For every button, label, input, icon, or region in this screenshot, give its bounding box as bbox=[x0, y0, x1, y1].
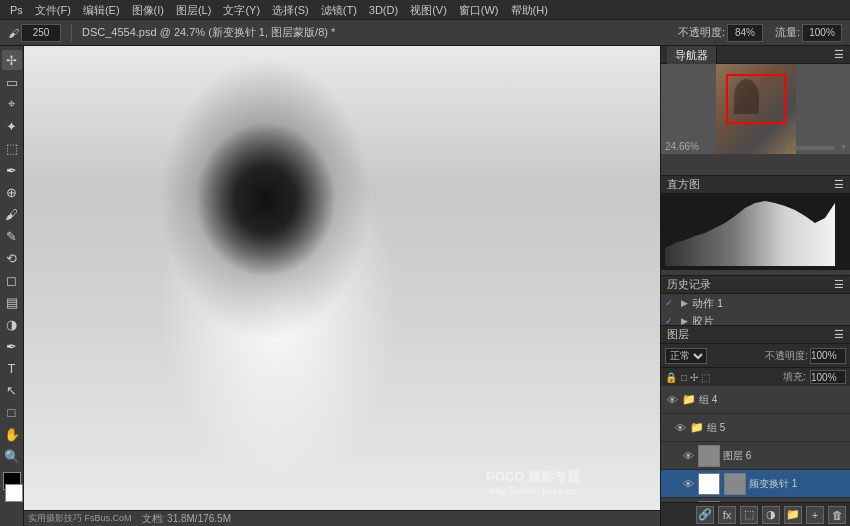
history-menu-icon[interactable]: ☰ bbox=[834, 278, 844, 291]
clone-tool[interactable]: ✎ bbox=[2, 226, 22, 246]
file-name-label: DSC_4554.psd @ 24.7% (新变换针 1, 图层蒙版/8) * bbox=[82, 25, 335, 40]
heal-tool[interactable]: ⊕ bbox=[2, 182, 22, 202]
corner-watermark: 实用摄影技巧 FsBus.CoM bbox=[28, 512, 132, 525]
menu-item-filter[interactable]: 滤镜(T) bbox=[315, 0, 363, 20]
menu-item-window[interactable]: 窗口(W) bbox=[453, 0, 505, 20]
menu-item-select[interactable]: 选择(S) bbox=[266, 0, 315, 20]
delete-layer-btn[interactable]: 🗑 bbox=[828, 506, 846, 524]
hist-label-0: 动作 1 bbox=[692, 296, 723, 311]
histogram-menu-icon[interactable]: ☰ bbox=[834, 178, 844, 191]
opacity-control: 不透明度: 84% bbox=[674, 24, 767, 42]
adjustment-btn[interactable]: ◑ bbox=[762, 506, 780, 524]
eye-icon-g5[interactable]: 👁 bbox=[673, 422, 687, 434]
layer-name-6: 图层 6 bbox=[723, 449, 846, 463]
history-title: 历史记录 bbox=[667, 277, 711, 292]
eye-icon-l6[interactable]: 👁 bbox=[681, 450, 695, 462]
navigator-header: 导航器 ☰ bbox=[661, 46, 850, 64]
new-layer-btn[interactable]: + bbox=[806, 506, 824, 524]
eyedropper-tool[interactable]: ✒ bbox=[2, 160, 22, 180]
zoom-slider[interactable] bbox=[795, 146, 835, 150]
histogram-title: 直方图 bbox=[667, 177, 700, 192]
lasso-tool[interactable]: ⌖ bbox=[2, 94, 22, 114]
navigator-panel: 导航器 ☰ 24.66% - + bbox=[661, 46, 850, 176]
eye-icon-freq[interactable]: 👁 bbox=[681, 478, 695, 490]
flow-label: 流量: bbox=[775, 25, 800, 40]
shape-tool[interactable]: □ bbox=[2, 402, 22, 422]
menu-item-3d[interactable]: 3D(D) bbox=[363, 0, 404, 20]
menu-item-view[interactable]: 视图(V) bbox=[404, 0, 453, 20]
nav-selection-box bbox=[726, 74, 786, 124]
menu-item-layer[interactable]: 图层(L) bbox=[170, 0, 217, 20]
toolbox: ✢ ▭ ⌖ ✦ ⬚ ✒ ⊕ 🖌 ✎ ⟲ ◻ ▤ ◑ ✒ T ↖ □ ✋ 🔍 bbox=[0, 46, 24, 526]
lock-options: □ ✢ ⬚ bbox=[681, 372, 710, 383]
nav-zoom-level: 24.66% bbox=[665, 141, 699, 152]
opacity-label: 不透明度: bbox=[765, 349, 808, 363]
layer-thumb-freq-mask bbox=[724, 473, 746, 495]
navigator-thumbnail: 24.66% - + bbox=[661, 64, 850, 154]
zoom-in-icon[interactable]: + bbox=[841, 142, 846, 152]
menu-bar: Ps 文件(F) 编辑(E) 图像(I) 图层(L) 文字(Y) 选择(S) 滤… bbox=[0, 0, 850, 20]
check-icon-1: ✓ bbox=[665, 316, 673, 325]
watermark-line2: http://photo.poco.cn bbox=[486, 486, 580, 496]
hist-item-0[interactable]: ✓ ▶ 动作 1 bbox=[661, 294, 850, 312]
magic-wand-tool[interactable]: ✦ bbox=[2, 116, 22, 136]
crop-tool[interactable]: ⬚ bbox=[2, 138, 22, 158]
layer-opacity-input[interactable] bbox=[810, 348, 846, 364]
menu-item-help[interactable]: 帮助(H) bbox=[505, 0, 554, 20]
layer-freq[interactable]: 👁 频变换针 1 bbox=[661, 470, 850, 498]
layers-title: 图层 bbox=[667, 327, 689, 342]
layer-group5[interactable]: 👁 📁 组 5 bbox=[661, 414, 850, 442]
layers-fill-row: 🔒 □ ✢ ⬚ 填充: bbox=[661, 368, 850, 386]
eye-icon-g4[interactable]: 👁 bbox=[665, 394, 679, 406]
blend-mode-select[interactable]: 正常 bbox=[665, 348, 707, 364]
histogram-panel: 直方图 ☰ A bbox=[661, 176, 850, 276]
arrow-icon-0: ▶ bbox=[681, 298, 688, 308]
layer-6[interactable]: 👁 图层 6 bbox=[661, 442, 850, 470]
text-tool[interactable]: T bbox=[2, 358, 22, 378]
history-header: 历史记录 ☰ bbox=[661, 276, 850, 294]
move-tool[interactable]: ✢ bbox=[2, 50, 22, 70]
histogram-header: 直方图 ☰ bbox=[661, 176, 850, 194]
hand-tool[interactable]: ✋ bbox=[2, 424, 22, 444]
navigator-menu-icon[interactable]: ☰ bbox=[834, 48, 844, 61]
path-select-tool[interactable]: ↖ bbox=[2, 380, 22, 400]
layers-toolbar: 正常 不透明度: bbox=[661, 344, 850, 368]
layers-menu-icon[interactable]: ☰ bbox=[834, 328, 844, 341]
layers-bottom-toolbar: 🔗 fx ⬚ ◑ 📁 + 🗑 bbox=[661, 502, 850, 526]
folder-icon-g5: 📁 bbox=[690, 421, 704, 434]
layer-group4[interactable]: 👁 📁 组 4 bbox=[661, 386, 850, 414]
fill-input[interactable] bbox=[810, 370, 846, 384]
tab-navigator[interactable]: 导航器 bbox=[667, 46, 717, 64]
menu-item-edit[interactable]: 编辑(E) bbox=[77, 0, 126, 20]
eraser-tool[interactable]: ◻ bbox=[2, 270, 22, 290]
pen-tool[interactable]: ✒ bbox=[2, 336, 22, 356]
group-btn[interactable]: 📁 bbox=[784, 506, 802, 524]
background-color[interactable] bbox=[5, 484, 23, 502]
history-list: ✓ ▶ 动作 1 ✓ ▶ 胶片 ✓ ▶ scharf ✓ ▶ auto1 bbox=[661, 294, 850, 325]
menu-item-image[interactable]: 图像(I) bbox=[126, 0, 170, 20]
link-layers-btn[interactable]: 🔗 bbox=[696, 506, 714, 524]
gradient-tool[interactable]: ▤ bbox=[2, 292, 22, 312]
menu-item-ps[interactable]: Ps bbox=[4, 0, 29, 20]
zoom-out-icon[interactable]: - bbox=[787, 142, 790, 152]
toolbar: 🖌 250 DSC_4554.psd @ 24.7% (新变换针 1, 图层蒙版… bbox=[0, 20, 850, 46]
nav-image bbox=[716, 64, 796, 154]
opacity-label: 不透明度: bbox=[678, 25, 725, 40]
layer-list: 👁 📁 组 4 👁 📁 组 5 👁 图层 6 bbox=[661, 386, 850, 502]
zoom-tool[interactable]: 🔍 bbox=[2, 446, 22, 466]
canvas-image: POCO 摄影专题 http://photo.poco.cn bbox=[24, 46, 660, 526]
brush-size-input[interactable]: 250 bbox=[21, 24, 61, 42]
main-area: ✢ ▭ ⌖ ✦ ⬚ ✒ ⊕ 🖌 ✎ ⟲ ◻ ▤ ◑ ✒ T ↖ □ ✋ 🔍 PO… bbox=[0, 46, 850, 526]
flow-input[interactable]: 100% bbox=[802, 24, 842, 42]
mask-btn[interactable]: ⬚ bbox=[740, 506, 758, 524]
fx-btn[interactable]: fx bbox=[718, 506, 736, 524]
hist-item-1[interactable]: ✓ ▶ 胶片 bbox=[661, 312, 850, 325]
dodge-tool[interactable]: ◑ bbox=[2, 314, 22, 334]
nav-zoom-controls: - + bbox=[787, 142, 846, 152]
menu-item-file[interactable]: 文件(F) bbox=[29, 0, 77, 20]
opacity-input[interactable]: 84% bbox=[727, 24, 763, 42]
brush-tool[interactable]: 🖌 bbox=[2, 204, 22, 224]
history-brush-tool[interactable]: ⟲ bbox=[2, 248, 22, 268]
marquee-tool[interactable]: ▭ bbox=[2, 72, 22, 92]
menu-item-text[interactable]: 文字(Y) bbox=[217, 0, 266, 20]
